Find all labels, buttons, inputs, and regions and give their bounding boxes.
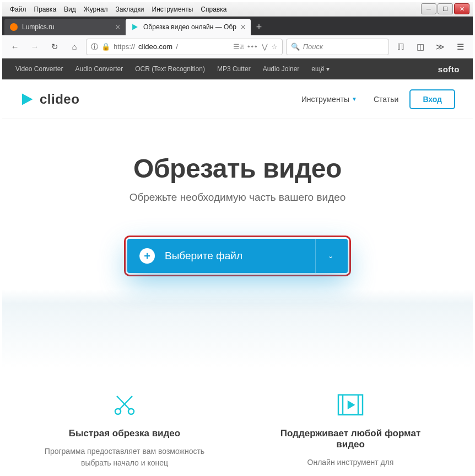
overflow-icon[interactable]: ≫ bbox=[432, 39, 449, 55]
articles-link[interactable]: Статьи bbox=[368, 92, 404, 107]
tab-close-icon[interactable]: × bbox=[241, 23, 245, 31]
navbar: ← → ↻ ⌂ ⓘ 🔒 https://clideo.com/ ☰⎚ ••• ⋁… bbox=[2, 35, 473, 58]
softo-item[interactable]: Video Converter bbox=[15, 65, 63, 73]
choose-file-wrapper: + Выберите файл ⌄ bbox=[127, 239, 348, 273]
library-icon[interactable]: ℿ bbox=[392, 39, 409, 55]
menubar: Файл Правка Вид Журнал Закладки Инструме… bbox=[7, 4, 230, 14]
tab-title: Обрезка видео онлайн — Обр bbox=[143, 23, 236, 31]
url-path: / bbox=[176, 42, 178, 51]
login-button[interactable]: Вход bbox=[409, 89, 455, 109]
softo-item[interactable]: Audio Joiner bbox=[263, 65, 300, 73]
tools-dropdown[interactable]: Инструменты ▼ bbox=[296, 92, 363, 107]
back-button[interactable]: ← bbox=[7, 39, 23, 55]
search-icon: 🔍 bbox=[291, 42, 300, 51]
hamburger-icon[interactable]: ☰ bbox=[452, 39, 468, 55]
url-protocol: https:// bbox=[114, 42, 135, 51]
favicon-icon bbox=[131, 23, 139, 31]
chevron-down-icon: ▼ bbox=[352, 96, 357, 102]
divider bbox=[315, 239, 316, 273]
minimize-button[interactable]: ─ bbox=[421, 3, 436, 14]
tab-clideo[interactable]: Обрезка видео онлайн — Обр × bbox=[126, 19, 251, 35]
browser-window: ─ ☐ ✕ Файл Правка Вид Журнал Закладки Ин… bbox=[0, 0, 475, 476]
feature-title: Быстрая обрезка видео bbox=[42, 428, 207, 439]
svg-line-4 bbox=[120, 396, 132, 409]
choose-file-button[interactable]: + Выберите файл ⌄ bbox=[127, 239, 348, 273]
info-icon[interactable]: ⓘ bbox=[91, 42, 98, 52]
more-icon[interactable]: ••• bbox=[247, 42, 258, 51]
plus-icon: + bbox=[139, 248, 155, 264]
chevron-down-icon[interactable]: ⌄ bbox=[326, 252, 336, 260]
softo-item[interactable]: Audio Converter bbox=[75, 65, 123, 73]
tools-label: Инструменты bbox=[301, 95, 349, 104]
menu-history[interactable]: Журнал bbox=[80, 4, 111, 14]
url-host: clideo.com bbox=[138, 42, 172, 51]
svg-marker-0 bbox=[132, 24, 138, 30]
feature-desc: Онлайн инструмент для bbox=[268, 457, 433, 469]
reload-button[interactable]: ↻ bbox=[46, 39, 63, 55]
scissors-icon bbox=[42, 389, 207, 420]
softo-brand[interactable]: softo bbox=[438, 65, 460, 74]
home-button[interactable]: ⌂ bbox=[66, 39, 83, 55]
video-format-icon bbox=[268, 389, 433, 420]
softo-more[interactable]: ещё ▾ bbox=[311, 65, 330, 73]
choose-file-label: Выберите файл bbox=[165, 250, 303, 262]
svg-marker-9 bbox=[348, 402, 354, 408]
url-bar[interactable]: ⓘ 🔒 https://clideo.com/ ☰⎚ ••• ⋁ ☆ bbox=[86, 39, 283, 55]
menu-edit[interactable]: Правка bbox=[31, 4, 60, 14]
softo-toolbar: Video Converter Audio Converter OCR (Tex… bbox=[2, 58, 473, 79]
maximize-button[interactable]: ☐ bbox=[438, 3, 453, 14]
lock-icon: 🔒 bbox=[101, 42, 110, 51]
softo-item[interactable]: OCR (Text Recognition) bbox=[135, 65, 205, 73]
reader-icon[interactable]: ☰⎚ bbox=[233, 42, 244, 51]
svg-point-3 bbox=[128, 409, 134, 414]
page-header: clideo Инструменты ▼ Статьи Вход bbox=[2, 79, 473, 119]
feature-desc: Программа предоставляет вам возможность … bbox=[42, 446, 207, 469]
new-tab-button[interactable]: + bbox=[251, 19, 267, 35]
search-bar[interactable]: 🔍 Поиск bbox=[286, 39, 389, 55]
close-button[interactable]: ✕ bbox=[454, 3, 469, 14]
page-subtitle: Обрежьте необходимую часть вашего видео bbox=[2, 191, 473, 204]
feature-fast-cut: Быстрая обрезка видео Программа предоста… bbox=[42, 389, 207, 469]
sidebar-icon[interactable]: ◫ bbox=[412, 39, 429, 55]
menu-help[interactable]: Справка bbox=[197, 4, 230, 14]
bookmark-icon[interactable]: ☆ bbox=[271, 42, 278, 51]
search-placeholder: Поиск bbox=[303, 42, 323, 51]
pocket-icon[interactable]: ⋁ bbox=[262, 42, 268, 51]
tab-close-icon[interactable]: × bbox=[116, 23, 120, 31]
menu-tools[interactable]: Инструменты bbox=[149, 4, 197, 14]
page-title: Обрезать видео bbox=[2, 153, 473, 184]
feature-title: Поддерживает любой формат видео bbox=[268, 428, 433, 450]
favicon-icon bbox=[10, 23, 18, 31]
clideo-logo-icon[interactable] bbox=[20, 92, 34, 106]
hero: Обрезать видео Обрежьте необходимую част… bbox=[2, 119, 473, 474]
feature-any-format: Поддерживает любой формат видео Онлайн и… bbox=[268, 389, 433, 469]
forward-button[interactable]: → bbox=[26, 39, 43, 55]
menu-bookmarks[interactable]: Закладки bbox=[112, 4, 148, 14]
softo-item[interactable]: MP3 Cutter bbox=[217, 65, 251, 73]
window-controls: ─ ☐ ✕ bbox=[421, 3, 469, 14]
svg-marker-1 bbox=[22, 93, 33, 105]
clideo-brand[interactable]: clideo bbox=[40, 92, 79, 107]
menu-view[interactable]: Вид bbox=[61, 4, 79, 14]
svg-point-2 bbox=[115, 409, 121, 414]
tabstrip: Lumpics.ru × Обрезка видео онлайн — Обр … bbox=[2, 17, 473, 35]
menu-file[interactable]: Файл bbox=[7, 4, 30, 14]
features: Быстрая обрезка видео Программа предоста… bbox=[2, 389, 473, 474]
tab-lumpics[interactable]: Lumpics.ru × bbox=[4, 19, 126, 35]
tab-title: Lumpics.ru bbox=[22, 23, 111, 31]
svg-line-5 bbox=[117, 396, 129, 409]
